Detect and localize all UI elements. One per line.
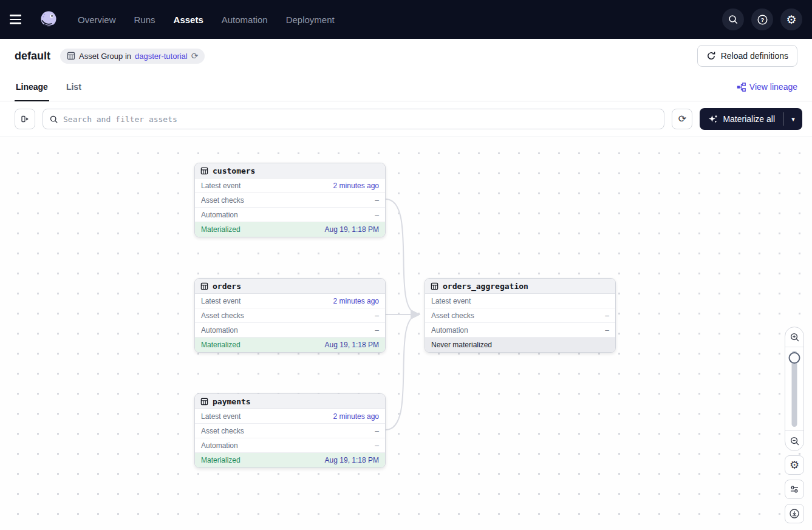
row-label: Asset checks	[431, 311, 474, 320]
row-value[interactable]: 2 minutes ago	[333, 182, 379, 190]
asset-row-asset-checks: Asset checks–	[195, 308, 385, 323]
table-icon	[67, 52, 75, 60]
tab-lineage[interactable]: Lineage	[15, 73, 49, 101]
asset-node-customers[interactable]: customersLatest event2 minutes agoAsset …	[194, 163, 386, 237]
row-value: –	[375, 427, 379, 435]
nav-item-automation[interactable]: Automation	[222, 12, 268, 27]
zoom-slider-handle[interactable]	[789, 352, 800, 364]
row-value[interactable]: 2 minutes ago	[333, 297, 379, 305]
zoom-out-icon[interactable]	[785, 430, 803, 450]
expand-panel-icon[interactable]	[15, 109, 35, 129]
lineage-edges	[0, 137, 812, 530]
row-value: –	[375, 196, 379, 205]
row-label: Automation	[201, 441, 238, 450]
row-value: –	[375, 311, 379, 320]
row-value: –	[605, 311, 609, 320]
zoom-in-icon[interactable]	[785, 327, 803, 347]
row-label: Latest event	[201, 297, 241, 305]
asset-row-latest-event: Latest event2 minutes ago	[195, 178, 385, 193]
tab-list[interactable]: List	[65, 73, 83, 101]
materialize-all-button[interactable]: Materialize all	[700, 108, 783, 130]
asset-status-row: MaterializedAug 19, 1:18 PM	[195, 338, 385, 352]
asset-row-automation: Automation–	[195, 323, 385, 338]
asset-node-header: payments	[195, 394, 385, 409]
svg-text:?: ?	[760, 16, 764, 23]
refresh-assets-icon[interactable]: ⟳	[672, 109, 692, 129]
asset-name: payments	[213, 397, 251, 406]
view-lineage-label: View lineage	[749, 82, 797, 92]
materialize-all-split-button: Materialize all ▾	[700, 108, 802, 130]
asset-name: orders_aggregation	[443, 282, 528, 291]
recenter-view-icon[interactable]	[785, 504, 804, 523]
hamburger-menu-icon[interactable]	[10, 8, 32, 30]
row-value: –	[375, 441, 379, 450]
row-label: Asset checks	[201, 196, 244, 205]
reload-icon	[706, 51, 716, 61]
status-timestamp[interactable]: Aug 19, 1:18 PM	[325, 341, 379, 349]
row-label: Latest event	[201, 412, 241, 421]
row-label: Latest event	[431, 297, 471, 305]
search-icon[interactable]	[722, 8, 744, 30]
page-title: default	[15, 50, 50, 63]
settings-gear-icon[interactable]: ⚙	[780, 8, 802, 30]
row-value: –	[375, 211, 379, 219]
nav-item-deployment[interactable]: Deployment	[286, 12, 335, 27]
status-label: Materialized	[201, 225, 241, 234]
asset-name: customers	[213, 166, 255, 175]
table-icon	[431, 282, 438, 290]
asset-search-input[interactable]	[63, 115, 658, 124]
graph-settings-gear-icon[interactable]: ⚙	[785, 455, 804, 475]
graph-toolbar: ⟳ Materialize all ▾	[0, 101, 812, 137]
status-label: Materialized	[201, 456, 241, 464]
status-label: Materialized	[201, 341, 241, 349]
status-timestamp[interactable]: Aug 19, 1:18 PM	[325, 225, 379, 234]
asset-row-latest-event: Latest event	[425, 294, 615, 308]
asset-row-asset-checks: Asset checks–	[195, 193, 385, 208]
navbar-actions: ? ⚙	[722, 8, 802, 30]
asset-status-row: MaterializedAug 19, 1:18 PM	[195, 222, 385, 237]
asset-node-header: orders	[195, 279, 385, 294]
status-timestamp[interactable]: Aug 19, 1:18 PM	[325, 456, 379, 464]
view-lineage-link[interactable]: View lineage	[737, 82, 797, 92]
materialize-dropdown-caret-icon[interactable]: ▾	[784, 108, 802, 130]
asset-search-box	[43, 109, 664, 129]
graph-filters-icon[interactable]	[785, 480, 804, 499]
asset-node-payments[interactable]: paymentsLatest event2 minutes agoAsset c…	[194, 393, 386, 468]
materialize-all-label: Materialize all	[723, 114, 775, 124]
sparkle-icon	[708, 114, 718, 124]
asset-row-latest-event: Latest event2 minutes ago	[195, 409, 385, 424]
table-icon	[200, 398, 208, 406]
status-label: Never materialized	[431, 341, 492, 349]
zoom-slider	[785, 347, 803, 430]
primary-nav: OverviewRunsAssetsAutomationDeployment	[78, 12, 335, 27]
code-location-link[interactable]: dagster-tutorial	[135, 52, 188, 61]
asset-status-row: MaterializedAug 19, 1:18 PM	[195, 453, 385, 467]
lineage-edge-customers-to-orders_aggregation	[386, 199, 419, 314]
asset-node-header: customers	[195, 163, 385, 178]
lineage-graph-canvas[interactable]: customersLatest event2 minutes agoAsset …	[0, 137, 812, 530]
row-value: –	[375, 326, 379, 335]
row-label: Automation	[201, 326, 238, 335]
dagster-logo-icon[interactable]	[36, 7, 61, 32]
asset-group-badge-text: Asset Group in	[79, 52, 131, 61]
asset-row-automation: Automation–	[195, 208, 385, 222]
lineage-edge-payments-to-orders_aggregation	[386, 314, 419, 430]
row-label: Asset checks	[201, 311, 244, 320]
asset-status-row: Never materialized	[425, 338, 615, 352]
help-icon[interactable]: ?	[751, 8, 773, 30]
reload-definitions-button[interactable]: Reload definitions	[697, 45, 797, 67]
asset-node-orders[interactable]: ordersLatest event2 minutes agoAsset che…	[194, 278, 386, 353]
lineage-graph-icon	[737, 83, 746, 92]
asset-row-latest-event: Latest event2 minutes ago	[195, 294, 385, 308]
nav-item-runs[interactable]: Runs	[134, 12, 155, 27]
badge-refresh-icon[interactable]: ⟳	[191, 52, 199, 60]
reload-definitions-label: Reload definitions	[721, 51, 788, 61]
asset-node-orders_aggregation[interactable]: orders_aggregationLatest eventAsset chec…	[425, 278, 616, 353]
row-value: –	[605, 326, 609, 335]
row-value[interactable]: 2 minutes ago	[333, 412, 379, 421]
nav-item-assets[interactable]: Assets	[174, 12, 203, 27]
nav-item-overview[interactable]: Overview	[78, 12, 116, 27]
asset-name: orders	[213, 282, 241, 291]
tabs-bar: Lineage List View lineage	[0, 73, 812, 101]
top-navbar: OverviewRunsAssetsAutomationDeployment ?…	[0, 0, 812, 39]
